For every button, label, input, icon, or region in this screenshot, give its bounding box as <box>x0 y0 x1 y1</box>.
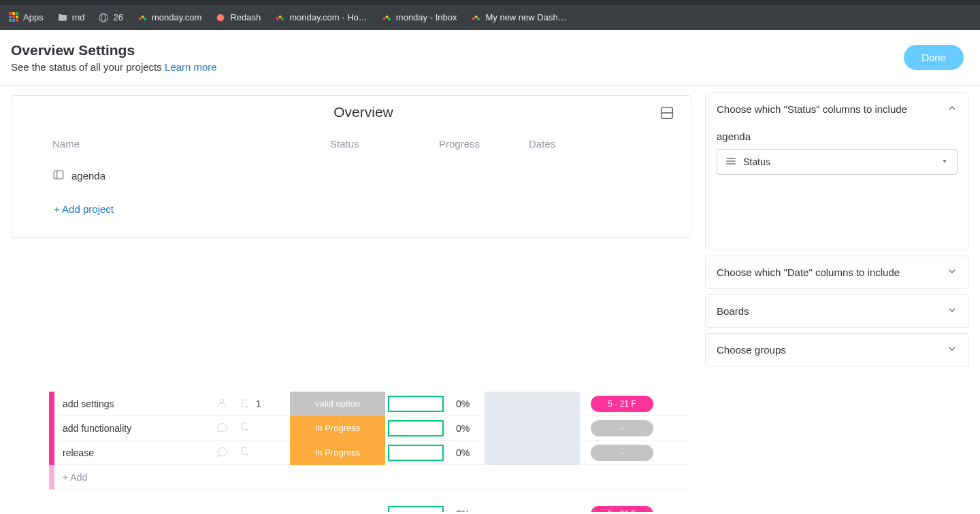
bookmark-item-0[interactable]: monday.com <box>137 12 201 23</box>
status-cell[interactable]: valid option <box>290 392 385 416</box>
apps-button[interactable]: Apps <box>8 12 44 23</box>
panel-title: Choose which "Status" columns to include <box>717 103 907 115</box>
task-row[interactable]: release In Progress 0% - <box>49 441 689 465</box>
bookmark-item-1[interactable]: Redash <box>215 12 261 23</box>
panel-header[interactable]: Choose which "Status" columns to include <box>706 93 968 125</box>
panel-header[interactable]: Boards <box>706 295 968 327</box>
page-subtitle: See the status of all your projects Lear… <box>11 61 217 73</box>
bookmark-counter[interactable]: 26 <box>98 12 122 23</box>
settings-panel: Choose which "Status" columns to include… <box>705 92 969 250</box>
bookmark-label: Redash <box>230 12 261 22</box>
page-header: Overview Settings See the status of all … <box>0 30 980 86</box>
add-task-row[interactable]: + Add <box>49 465 689 490</box>
bookmark-label: My new new Dash… <box>485 12 566 22</box>
progress-percent: 0% <box>446 423 479 434</box>
svg-point-19 <box>220 399 224 402</box>
learn-more-link[interactable]: Learn more <box>165 61 217 73</box>
svg-rect-17 <box>54 171 63 179</box>
bookmark-label: monday.com <box>152 12 201 22</box>
bookmark-item-4[interactable]: My new new Dash… <box>470 12 566 23</box>
status-column-dropdown[interactable]: Status <box>717 149 958 175</box>
add-task-label: + Add <box>54 472 215 483</box>
col-dates: Dates <box>529 138 597 150</box>
panel-header[interactable]: Choose which "Date" columns to include <box>706 256 968 288</box>
col-status: Status <box>330 138 439 150</box>
bookmarks-bar: Apps rnd 26 monday.com Redash monday.com… <box>0 5 980 30</box>
summary-date-pill: 5 - 21 F <box>591 506 653 512</box>
apps-icon <box>8 12 19 23</box>
settings-panel: Choose groups <box>705 333 969 366</box>
folder-icon <box>57 12 68 23</box>
row-color-bar <box>49 441 54 465</box>
subitems-icon[interactable] <box>240 445 253 461</box>
done-button[interactable]: Done <box>904 45 964 70</box>
ratio-bar-cell <box>385 396 446 412</box>
summary-row: 0% 5 - 21 F <box>49 502 689 512</box>
subitems-count[interactable]: 1 <box>240 397 261 411</box>
conversation-icon[interactable] <box>215 396 229 412</box>
svg-point-9 <box>382 17 385 20</box>
status-cell[interactable]: In Progress <box>290 441 385 465</box>
task-name[interactable]: add functionality <box>54 423 215 434</box>
summary-ratio-bar <box>385 506 446 512</box>
empty-progress-cell <box>485 392 580 416</box>
conversation-icon[interactable] <box>215 445 229 461</box>
panel-title: Boards <box>717 305 749 317</box>
date-pill[interactable]: - <box>591 420 653 436</box>
panel-field-label: agenda <box>717 131 958 142</box>
date-pill[interactable]: - <box>591 445 653 461</box>
task-row[interactable]: add settings 1 valid option 0% 5 - 21 F <box>49 392 689 416</box>
bookmark-item-2[interactable]: monday.com - Ho… <box>274 12 368 23</box>
svg-point-14 <box>477 18 480 20</box>
chevron-up-icon <box>947 103 958 116</box>
svg-point-6 <box>276 17 279 20</box>
bookmark-label: monday.com - Ho… <box>289 12 368 22</box>
panel-title: Choose groups <box>717 344 786 356</box>
tasks-grid: add settings 1 valid option 0% 5 - 21 F … <box>49 392 689 512</box>
empty-progress-cell <box>485 416 580 441</box>
bookmark-folder-rnd[interactable]: rnd <box>57 12 85 23</box>
page-title: Overview Settings <box>11 42 217 58</box>
overview-card: Overview Name Status Progress Dates agen… <box>11 95 691 238</box>
project-row-agenda[interactable]: agenda <box>52 169 674 183</box>
chevron-down-icon <box>947 343 958 356</box>
col-progress: Progress <box>439 138 529 150</box>
overview-title: Overview <box>52 104 674 120</box>
conversation-icon[interactable] <box>215 420 229 436</box>
svg-point-3 <box>142 15 144 18</box>
empty-progress-cell <box>485 441 580 465</box>
date-pill[interactable]: 5 - 21 F <box>591 396 653 412</box>
monday-icon <box>381 12 392 23</box>
apps-label: Apps <box>23 12 44 22</box>
svg-point-0 <box>99 14 108 22</box>
svg-point-2 <box>139 17 142 20</box>
svg-point-10 <box>385 15 388 18</box>
panel-header[interactable]: Choose groups <box>706 334 968 366</box>
layout-toggle[interactable] <box>659 105 674 123</box>
globe-icon <box>98 12 109 23</box>
task-name[interactable]: add settings <box>54 398 215 409</box>
status-cell[interactable]: In Progress <box>290 416 385 441</box>
settings-panel: Choose which "Date" columns to include <box>705 256 969 289</box>
chevron-down-icon <box>947 266 958 279</box>
bookmark-item-3[interactable]: monday - Inbox <box>381 12 457 23</box>
panel-title: Choose which "Date" columns to include <box>717 267 900 278</box>
svg-point-4 <box>144 18 146 20</box>
monday-icon <box>137 12 148 23</box>
row-color-bar <box>49 465 54 490</box>
list-icon <box>725 156 736 167</box>
subitems-icon[interactable] <box>240 420 253 436</box>
redash-icon <box>215 12 226 23</box>
task-row[interactable]: add functionality In Progress 0% - <box>49 416 689 441</box>
svg-point-1 <box>102 14 105 22</box>
monday-icon <box>274 12 285 23</box>
svg-marker-23 <box>943 160 947 163</box>
caret-down-icon <box>941 156 949 168</box>
bookmark-label: monday - Inbox <box>396 12 457 22</box>
svg-point-8 <box>281 18 284 20</box>
svg-point-13 <box>475 15 478 18</box>
task-name[interactable]: release <box>54 447 215 458</box>
progress-percent: 0% <box>446 398 479 409</box>
add-project-link[interactable]: + Add project <box>54 203 674 215</box>
summary-percent: 0% <box>446 509 479 512</box>
